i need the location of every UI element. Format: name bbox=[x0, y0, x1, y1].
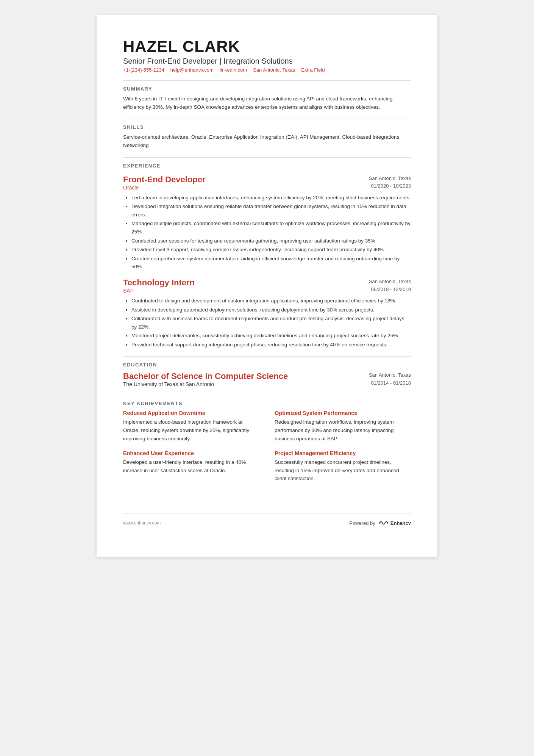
contact-linkedin: linkedin.com bbox=[220, 67, 247, 73]
job-2-company: SAP bbox=[123, 288, 195, 294]
job-2-bullet-4: Monitored project deliverables, consiste… bbox=[131, 332, 411, 340]
job-1-bullet-4: Conducted user sessions for testing and … bbox=[131, 237, 411, 245]
job-1-title: Front-End Developer bbox=[123, 175, 206, 185]
header: HAZEL CLARK Senior Front-End Developer |… bbox=[123, 38, 411, 73]
contact-line: +1-(234)-555-1234 help@enhancv.com linke… bbox=[123, 67, 411, 73]
achievement-2: Optimized System Performance Redesigned … bbox=[275, 410, 411, 443]
job-1-bullet-2: Developed integration solutions ensuring… bbox=[131, 202, 411, 219]
divider-skills bbox=[123, 119, 411, 119]
education-degree: Bachelor of Science in Computer Science bbox=[123, 371, 288, 381]
job-1-bullets: Led a team in developing application int… bbox=[123, 194, 411, 271]
education-header: Bachelor of Science in Computer Science … bbox=[123, 371, 411, 387]
enhancv-brand-name: Enhancv bbox=[390, 520, 411, 526]
footer-brand: Powered by Enhancv bbox=[349, 520, 411, 526]
job-1-bullet-1: Led a team in developing application int… bbox=[131, 194, 411, 202]
job-2-dates: 06/2018 - 12/2019 bbox=[369, 286, 411, 294]
education-degree-block: Bachelor of Science in Computer Science … bbox=[123, 371, 288, 387]
divider-experience bbox=[123, 157, 411, 158]
enhancv-logo: Enhancv bbox=[378, 520, 411, 526]
job-2-meta: San Antonio, Texas 06/2018 - 12/2019 bbox=[369, 278, 411, 294]
job-2-bullet-3: Collaborated with business teams to docu… bbox=[131, 315, 411, 331]
contact-extra: Extra Field bbox=[301, 67, 325, 73]
education-school: The University of Texas at San Antonio bbox=[123, 381, 288, 387]
divider-education bbox=[123, 356, 411, 357]
divider-achievements bbox=[123, 395, 411, 395]
svg-point-1 bbox=[387, 522, 389, 524]
svg-point-0 bbox=[379, 522, 381, 524]
summary-label: SUMMARY bbox=[123, 86, 411, 92]
job-1-location: San Antonio, Texas bbox=[369, 175, 411, 183]
job-1: Front-End Developer Oracle San Antonio, … bbox=[123, 175, 411, 271]
job-2-title-block: Technology Intern SAP bbox=[123, 278, 195, 294]
contact-location: San Antonio, Texas bbox=[253, 67, 295, 73]
contact-email: help@enhancv.com bbox=[170, 67, 214, 73]
skills-section: SKILLS Service-oriented architecture, Or… bbox=[123, 124, 411, 149]
job-1-company: Oracle bbox=[123, 185, 206, 191]
resume-page: HAZEL CLARK Senior Front-End Developer |… bbox=[97, 15, 437, 557]
achievement-2-text: Redesigned integration workflows, improv… bbox=[275, 418, 411, 443]
job-2-header: Technology Intern SAP San Antonio, Texas… bbox=[123, 278, 411, 294]
education-section: EDUCATION Bachelor of Science in Compute… bbox=[123, 362, 411, 387]
job-1-bullet-3: Managed multiple projects, coordinated w… bbox=[131, 219, 411, 236]
education-location: San Antonio, Texas bbox=[369, 371, 411, 379]
job-1-header: Front-End Developer Oracle San Antonio, … bbox=[123, 175, 411, 191]
experience-section: EXPERIENCE Front-End Developer Oracle Sa… bbox=[123, 163, 411, 349]
education-dates: 01/2014 - 01/2018 bbox=[369, 379, 411, 387]
achievement-3-text: Developed a user-friendly interface, res… bbox=[123, 458, 259, 474]
job-1-bullet-5: Provided Level 3 support, resolving comp… bbox=[131, 246, 411, 254]
job-1-meta: San Antonio, Texas 01/2020 - 10/2023 bbox=[369, 175, 411, 191]
achievement-3: Enhanced User Experience Developed a use… bbox=[123, 450, 259, 483]
experience-label: EXPERIENCE bbox=[123, 163, 411, 169]
achievements-section: KEY ACHIEVEMENTS Reduced Application Dow… bbox=[123, 401, 411, 483]
achievement-1: Reduced Application Downtime Implemented… bbox=[123, 410, 259, 443]
page-footer: www.enhancv.com Powered by Enhancv bbox=[123, 513, 411, 526]
education-meta: San Antonio, Texas 01/2014 - 01/2018 bbox=[369, 371, 411, 387]
summary-section: SUMMARY With 6 years in IT, I excel in d… bbox=[123, 86, 411, 111]
job-2-title: Technology Intern bbox=[123, 278, 195, 288]
job-2-location: San Antonio, Texas bbox=[369, 278, 411, 286]
job-2-bullet-1: Contributed to design and development of… bbox=[131, 297, 411, 305]
skills-text: Service-oriented architecture, Oracle, E… bbox=[123, 133, 411, 149]
job-2-bullet-2: Assisted in developing automated deploym… bbox=[131, 306, 411, 314]
contact-phone: +1-(234)-555-1234 bbox=[123, 67, 164, 73]
achievement-4: Project Management Efficiency Successful… bbox=[275, 450, 411, 483]
achievements-grid: Reduced Application Downtime Implemented… bbox=[123, 410, 411, 483]
education-label: EDUCATION bbox=[123, 362, 411, 368]
skills-label: SKILLS bbox=[123, 124, 411, 130]
enhancv-logo-icon bbox=[378, 520, 389, 526]
achievement-1-title: Reduced Application Downtime bbox=[123, 410, 259, 416]
job-1-title-block: Front-End Developer Oracle bbox=[123, 175, 206, 191]
job-1-bullet-6: Created comprehensive system documentati… bbox=[131, 255, 411, 271]
footer-website: www.enhancv.com bbox=[123, 520, 161, 526]
divider-summary bbox=[123, 80, 411, 81]
candidate-title: Senior Front-End Developer | Integration… bbox=[123, 57, 411, 66]
achievement-3-title: Enhanced User Experience bbox=[123, 450, 259, 456]
job-2: Technology Intern SAP San Antonio, Texas… bbox=[123, 278, 411, 349]
achievement-4-text: Successfully managed concurrent project … bbox=[275, 458, 411, 483]
job-2-bullets: Contributed to design and development of… bbox=[123, 297, 411, 349]
achievement-1-text: Implemented a cloud-based integration fr… bbox=[123, 418, 259, 443]
powered-by-label: Powered by bbox=[349, 520, 375, 526]
achievement-4-title: Project Management Efficiency bbox=[275, 450, 411, 456]
job-2-bullet-5: Provided technical support during integr… bbox=[131, 341, 411, 349]
job-1-dates: 01/2020 - 10/2023 bbox=[369, 182, 411, 190]
summary-text: With 6 years in IT, I excel in designing… bbox=[123, 95, 411, 111]
achievement-2-title: Optimized System Performance bbox=[275, 410, 411, 416]
candidate-name: HAZEL CLARK bbox=[123, 38, 411, 55]
achievements-label: KEY ACHIEVEMENTS bbox=[123, 401, 411, 406]
